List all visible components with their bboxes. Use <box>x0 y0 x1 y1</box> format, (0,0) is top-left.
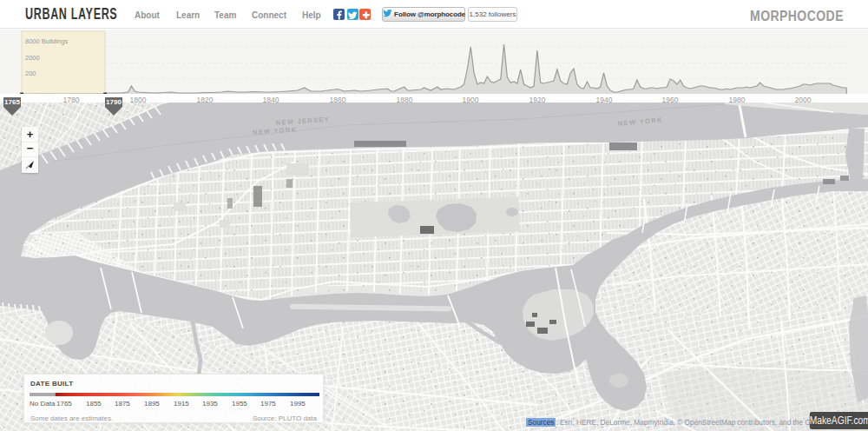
svg-text:2000: 2000 <box>25 54 40 62</box>
svg-text:200: 200 <box>25 70 36 77</box>
svg-text:8000 Buildings: 8000 Buildings <box>25 37 68 45</box>
